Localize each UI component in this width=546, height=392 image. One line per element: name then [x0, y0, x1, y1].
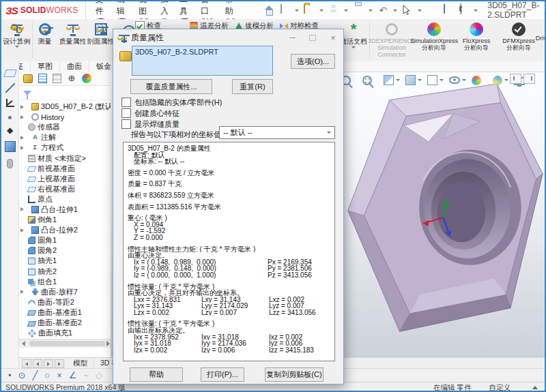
point-icon[interactable] [8, 116, 12, 119]
headsup-button[interactable] [383, 74, 400, 86]
expand-arrow-icon[interactable] [20, 258, 26, 264]
propertymanager-tab-icon[interactable] [38, 74, 47, 83]
expand-arrow-icon[interactable] [20, 299, 26, 305]
options-gear-icon[interactable] [459, 3, 462, 14]
select-icon[interactable] [402, 5, 413, 16]
tree-item[interactable]: 曲面填充1 [20, 328, 113, 338]
expand-arrow-icon[interactable] [20, 125, 26, 130]
expand-arrow-icon[interactable] [20, 269, 26, 274]
dialog-title-bar[interactable]: 质量属性 × [113, 29, 343, 46]
undo-icon[interactable]: ↶ [377, 5, 388, 16]
tree-item[interactable]: 抽壳2 [20, 267, 113, 277]
include-hidden-checkbox-row[interactable]: 包括隐藏的实体/零部件(H) [121, 97, 222, 107]
custom-label[interactable]: 自定义 [489, 383, 511, 392]
headsup-button[interactable] [405, 74, 422, 86]
3d-model-hex-nut[interactable] [343, 72, 546, 356]
xpress-wizard-button[interactable]: DFMXpress 分析向导 [498, 20, 540, 51]
displaymanager-tab-icon[interactable] [82, 74, 91, 83]
tree-item[interactable]: 材质 <未指定> [20, 153, 113, 163]
create-center-of-mass-checkbox-row[interactable]: 创建质心特征 [121, 108, 179, 118]
xpress-wizard-button[interactable]: DriveWorksXpress 向导 [540, 20, 546, 48]
new-document-icon[interactable] [281, 4, 282, 14]
expand-arrow-icon[interactable] [20, 196, 26, 202]
collapse-pane-left-icon[interactable] [510, 74, 521, 84]
help-button[interactable]: 帮助 [130, 367, 183, 382]
featuremanager-tree-tab-icon[interactable] [23, 74, 33, 83]
expand-arrow-icon[interactable] [20, 248, 26, 254]
scroll-right-icon[interactable] [106, 341, 110, 346]
trim-tool-icon[interactable]: × [57, 370, 62, 382]
headsup-button[interactable] [362, 75, 378, 86]
tree-item[interactable]: 前视基准面 [20, 164, 113, 174]
tree-item[interactable]: 圆角2 [20, 245, 113, 256]
tree-item[interactable]: 凸台-拉伸1 [20, 205, 113, 215]
xpress-wizard-button[interactable]: FloXpress 分析向导 [455, 20, 498, 51]
expand-arrow-icon[interactable] [20, 217, 26, 223]
open-icon[interactable] [304, 4, 305, 14]
expand-arrow-icon[interactable] [20, 115, 29, 119]
save-dropdown-icon[interactable] [344, 10, 348, 12]
file-properties-icon[interactable] [444, 4, 445, 14]
checkbox[interactable] [121, 119, 131, 129]
minimize-button[interactable] [282, 29, 302, 46]
expand-arrow-icon[interactable] [20, 238, 26, 243]
headsup-button[interactable] [471, 75, 487, 86]
tree-item[interactable]: 注解 [20, 132, 113, 142]
configurationmanager-tab-icon[interactable] [53, 74, 61, 83]
view-cube-icon[interactable] [5, 141, 16, 152]
tree-root-item[interactable]: 3D05_H07_B-2 (默认<<默认 [20, 102, 113, 112]
expand-up-icon[interactable] [532, 386, 538, 389]
next-tab-icon[interactable] [44, 359, 53, 368]
tree-item[interactable]: 上视基准面 [20, 174, 113, 184]
expand-arrow-icon[interactable] [20, 155, 26, 161]
activate-document-button[interactable]: 激活文档 [340, 20, 367, 60]
expand-arrow-icon[interactable] [20, 320, 26, 326]
ellipse-tool-icon[interactable]: ○ [44, 370, 50, 382]
expand-arrow-icon[interactable] [20, 228, 29, 232]
headsup-button[interactable] [492, 75, 508, 86]
filter-funnel-icon[interactable] [23, 91, 31, 95]
ribbon-button[interactable]: 剖面属性 [87, 20, 115, 60]
tree-item[interactable]: 曲面-放样7 [20, 287, 113, 297]
tree-item[interactable]: 抽壳1 [20, 256, 113, 266]
new-dropdown-icon[interactable] [295, 10, 299, 12]
document-tab[interactable]: 模型 [67, 358, 94, 369]
tree-item[interactable]: 曲面-等距2 [20, 297, 113, 307]
options-dropdown-icon[interactable] [474, 10, 478, 12]
reference-plane-icon[interactable] [3, 70, 17, 77]
ribbon-button[interactable]: 测量 [31, 20, 59, 60]
point-tool-icon[interactable]: • [8, 370, 12, 382]
tree-item[interactable]: 组合1 [20, 277, 113, 287]
tree-item[interactable]: 曲面-基准面2 [20, 318, 113, 328]
sketch-line-icon[interactable] [5, 83, 15, 93]
mass-properties-report[interactable]: 3D05_H07_B-2 的质量属性 配置: 默认 坐标系: -- 默认 -- … [123, 142, 335, 361]
tree-item[interactable]: 原点 [20, 194, 113, 205]
recalculate-button[interactable]: 重算(R) [232, 79, 273, 94]
select-dropdown-icon[interactable] [418, 10, 422, 12]
options-button[interactable]: 选项(O)... [291, 54, 335, 69]
headsup-button[interactable] [427, 74, 444, 86]
angle-tool-icon[interactable]: ∠ [69, 370, 77, 382]
show-weld-mass-checkbox-row[interactable]: 显示焊缝质量 [121, 119, 179, 129]
coordinate-system-dropdown[interactable]: -- 默认 -- [219, 126, 335, 139]
line-tool-icon[interactable]: ╱ [32, 370, 38, 382]
tree-item[interactable]: 倒角1 [20, 215, 113, 225]
reference-geometry-icon[interactable] [5, 125, 15, 135]
print-button[interactable]: 打印(P)... [201, 367, 244, 382]
copy-to-clipboard-button[interactable]: 复制到剪贴板(C) [265, 367, 324, 382]
expand-arrow-icon[interactable] [20, 186, 26, 192]
open-dropdown-icon[interactable] [319, 10, 324, 12]
home-icon[interactable] [263, 5, 274, 16]
checkbox[interactable] [121, 97, 131, 107]
checkbox[interactable] [121, 108, 131, 118]
tree-item[interactable]: 凸台-拉伸2 [20, 225, 113, 235]
xpress-wizard-button[interactable]: SimulationXpress 分析向导 [413, 20, 455, 51]
expand-arrow-icon[interactable] [20, 176, 26, 181]
circle-tool-icon[interactable]: ⊙ [18, 370, 26, 382]
tree-horizontal-scrollbar[interactable] [19, 339, 113, 348]
dimxpertmanager-tab-icon[interactable] [67, 74, 76, 83]
prev-tab-icon[interactable] [33, 359, 42, 368]
spline-tool-icon[interactable]: ~ [83, 370, 89, 382]
commandmanager-tab[interactable]: 曲面 [60, 61, 89, 72]
tree-item[interactable]: 右视基准面 [20, 184, 113, 194]
